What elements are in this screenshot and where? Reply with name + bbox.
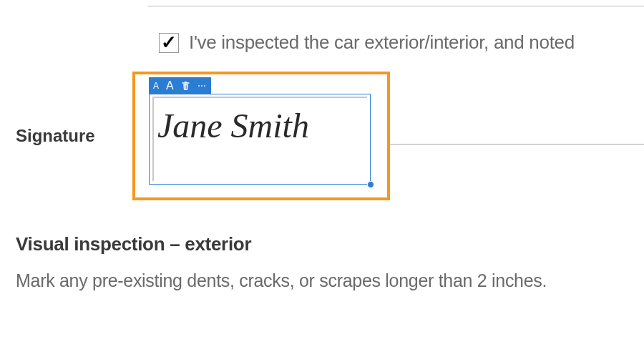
more-options-button[interactable]: ⋯: [196, 82, 208, 90]
section-heading: Visual inspection – exterior: [16, 233, 251, 255]
signature-toolbar: A A ⋯: [149, 77, 211, 94]
section-body: Mark any pre-existing dents, cracks, or …: [16, 270, 547, 291]
increase-font-button[interactable]: A: [165, 79, 175, 92]
inspection-checkbox[interactable]: ✓: [159, 33, 179, 53]
decrease-font-button[interactable]: A: [152, 81, 160, 91]
delete-button[interactable]: [180, 81, 192, 91]
resize-handle[interactable]: [367, 181, 374, 188]
inspection-checkbox-label: I've inspected the car exterior/interior…: [189, 31, 575, 54]
trash-icon: [181, 81, 190, 91]
checkmark-icon: ✓: [161, 33, 177, 52]
inspection-checkbox-row: ✓ I've inspected the car exterior/interi…: [159, 31, 575, 54]
form-field-underline-top: [147, 6, 644, 6]
signature-value[interactable]: Jane Smith: [157, 106, 309, 145]
signature-label: Signature: [16, 126, 95, 146]
